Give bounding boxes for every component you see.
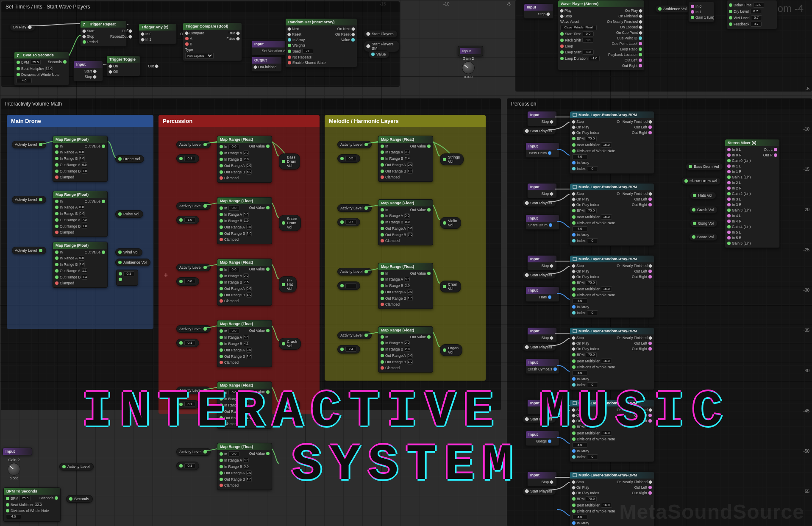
maprange-blue-1[interactable]: Map Range (Float) In In Range A0.0 In Ra…: [53, 191, 108, 237]
activity-pill-3[interactable]: Activity Level: [12, 247, 46, 254]
gain2-knob[interactable]: Input Gain 2 0.000: [458, 46, 479, 79]
value-pill[interactable]: Value: [368, 50, 389, 58]
activity-pill[interactable]: Activity Level: [176, 264, 211, 271]
activity-pill[interactable]: Activity Level: [337, 331, 372, 339]
pinA[interactable]: 0.7: [337, 218, 360, 226]
maprange-blue-0[interactable]: Map Range (Float) In In Range A0.0 In Ra…: [53, 136, 108, 182]
outvol-pill[interactable]: Gong Vol: [279, 399, 300, 411]
input[interactable]: Input Stop: [527, 183, 557, 198]
maprange[interactable]: Map Range (Float) In In Range A0.0 In Ra…: [378, 199, 433, 245]
maprange[interactable]: Map Range (Float) In In Range A0.0 In Ra…: [378, 136, 433, 182]
pinA[interactable]: 0.1: [176, 154, 199, 163]
activity-pill[interactable]: Activity Level: [337, 141, 372, 148]
outvol-pill[interactable]: Crash Vol: [279, 338, 301, 350]
subpanel-maindrone[interactable]: Main Drone Activity Level Activity Level…: [7, 115, 153, 329]
maprange-blue-2[interactable]: Map Range (Float) In In Range A0.0 In Ra…: [53, 242, 108, 288]
comment-set-timers[interactable]: Set Timers / Ints - Start Wave Players O…: [1, 1, 400, 87]
pinA[interactable]: 0.5: [337, 154, 360, 163]
activity-pill[interactable]: Activity Level: [176, 387, 211, 394]
input-stop[interactable]: Input Stop: [524, 3, 553, 19]
snarevol-pill[interactable]: Snare Vol: [689, 233, 717, 241]
maprange[interactable]: Map Range (Float) In0.0 In Range A0.0 In…: [217, 136, 272, 183]
pinA[interactable]: 0.1: [176, 462, 199, 470]
pulsevol-pill[interactable]: Pulse Vol: [115, 210, 143, 218]
maprange[interactable]: Map Range (Float) In0.0 In Range A0.0 In…: [217, 259, 272, 306]
input-bottom[interactable]: Input: [3, 448, 32, 455]
trigger-any[interactable]: Trigger Any (2) In 0 In 1 Out: [139, 23, 177, 44]
windvol-pill[interactable]: Wind Vol: [115, 248, 142, 256]
activity-pill[interactable]: Activity Level: [176, 325, 211, 333]
music-layer[interactable]: Music-Layer-RandomArray-BPM Stop On Play…: [570, 255, 654, 318]
pinA[interactable]: 1.0: [176, 216, 199, 224]
crashvol-pill[interactable]: Crash Vol: [689, 206, 717, 214]
outvol-pill[interactable]: Hi-Hat Vol: [279, 276, 297, 292]
hihatvol-pill[interactable]: Hi-Hat Drum Vol: [681, 177, 721, 185]
stereo-mixer[interactable]: Stereo Mixer (6) In 0 L In 0 R Gain 0 (L…: [725, 139, 780, 248]
activity-pill[interactable]: Activity Level: [176, 448, 211, 456]
bpm-to-seconds-2[interactable]: BPM To Seconds BPM75.5 Beat Multiplier32…: [3, 487, 61, 522]
input[interactable]: Input Stop: [527, 111, 557, 126]
pinA[interactable]: 0.0: [176, 277, 199, 286]
maprange[interactable]: Map Range (Float) In0.0 In Range A0.0 In…: [217, 443, 272, 490]
startplayers[interactable]: Start Players: [522, 127, 556, 135]
delay-node[interactable]: Delay Time-2.0 Dry Level0.7 Wet Level0.7…: [726, 0, 777, 29]
activity-pill[interactable]: Activity Level: [176, 141, 211, 148]
outvol-pill[interactable]: Violin Vol: [440, 217, 461, 229]
outvol-pill[interactable]: Strings Vol: [440, 153, 464, 165]
startplayers[interactable]: Start Players: [522, 199, 556, 207]
dronevol-pill[interactable]: Drone Vol: [115, 155, 144, 163]
input-start-stop[interactable]: Input Start Stop: [73, 61, 103, 81]
input2[interactable]: Input Hats: [526, 287, 559, 302]
startplayers[interactable]: Start Players: [522, 343, 556, 351]
maprange[interactable]: Map Range (Float) In0.0 In Range A0.0 In…: [217, 320, 272, 367]
random-get[interactable]: Random Get (Int32:Array) Next Reset In A…: [285, 18, 357, 67]
startplayers[interactable]: Start Players: [522, 271, 556, 279]
wave-player-stereo[interactable]: Wave Player (Stereo) Play Stop Wave Asse…: [558, 0, 645, 70]
comment-percussion-right[interactable]: Percussion Stereo Mixer (6) In 0 L In 0 …: [507, 98, 812, 526]
input2[interactable]: Input Crash Cymbals: [526, 359, 559, 374]
music-layer[interactable]: Music-Layer-RandomArray-BPM Stop On Play…: [570, 183, 654, 246]
activity-pill[interactable]: Activity Level: [337, 204, 372, 212]
maprange[interactable]: Map Range (Float) In In Range A0.0 In Ra…: [378, 263, 433, 309]
comment-waveplayer[interactable]: Input Stop Wave Player (Stereo) Play Sto…: [515, 0, 812, 92]
ambience-vol-pill[interactable]: Ambience Vol: [655, 5, 690, 13]
music-layer[interactable]: Music-Layer-RandomArray-BPM Stop On Play…: [570, 327, 654, 390]
activity-pill[interactable]: Activity Level: [337, 268, 372, 276]
add-node[interactable]: 0.1 +: [116, 270, 138, 286]
outvol-pill[interactable]: Snare Drum Vol: [279, 215, 301, 231]
maprange[interactable]: Map Range (Float) In0.0 In Range A0.0 In…: [217, 381, 272, 429]
seconds-pill[interactable]: Seconds: [66, 495, 93, 503]
maprange[interactable]: Map Range (Float) In In Range A0.0 In Ra…: [378, 326, 433, 373]
ambvol-pill[interactable]: Ambience Vol: [115, 259, 150, 266]
input[interactable]: Input Stop: [527, 399, 557, 415]
activity-pill-1[interactable]: Activity Level: [12, 141, 46, 148]
outvol-pill[interactable]: Organ Vol: [440, 344, 462, 356]
mix-node-small[interactable]: In 0 In 1 Gain 1 (Lin): [688, 2, 715, 22]
bassdrumvol-pill[interactable]: Bass Drum Vol: [686, 163, 723, 170]
music-layer[interactable]: Music-Layer-RandomArray-BPM Stop On Play…: [570, 399, 654, 462]
startplayers[interactable]: Start Players: [522, 415, 556, 423]
activity-pill-2[interactable]: Activity Level: [12, 196, 46, 203]
activity-pill-b[interactable]: Activity Level: [59, 463, 94, 470]
compare-type-select[interactable]: Not Equals: [185, 53, 214, 58]
outvol-pill[interactable]: Bass Drum Vol: [279, 153, 300, 170]
pinA[interactable]: [337, 281, 360, 290]
music-layer[interactable]: Music-Layer-RandomArray-BPM Stop On Play…: [570, 111, 654, 174]
input[interactable]: Input Stop: [527, 255, 557, 270]
start-players-pill[interactable]: Start Players: [364, 30, 398, 38]
input2[interactable]: Input Gongs: [526, 431, 559, 446]
gongvol-pill[interactable]: Gong Vol: [690, 220, 717, 227]
activity-pill[interactable]: Activity Level: [176, 202, 211, 210]
startplayers[interactable]: Start Players: [522, 487, 556, 495]
trigger-toggle[interactable]: Trigger Toggle On Off Out: [106, 56, 140, 76]
onplay-pill[interactable]: On Play: [10, 23, 35, 31]
output-onfinished[interactable]: Output OnFinished: [251, 56, 282, 72]
hatsvol-pill[interactable]: Hats Vol: [690, 192, 716, 199]
input[interactable]: Input Stop: [527, 471, 557, 487]
gain2-knob-bot[interactable]: Gain 2 0.000: [3, 458, 25, 480]
trigger-repeat[interactable]: ƒTrigger Repeat Start Stop Period Out Re…: [80, 20, 127, 47]
outvol-pill[interactable]: Choir Vol: [440, 281, 461, 292]
input2[interactable]: Input Bass Drum: [526, 142, 559, 158]
input2[interactable]: Input Snare Drum: [526, 214, 559, 230]
bpm-to-seconds[interactable]: ƒBPM To Seconds BPM75.5 Beat Multiplier3…: [14, 51, 69, 86]
